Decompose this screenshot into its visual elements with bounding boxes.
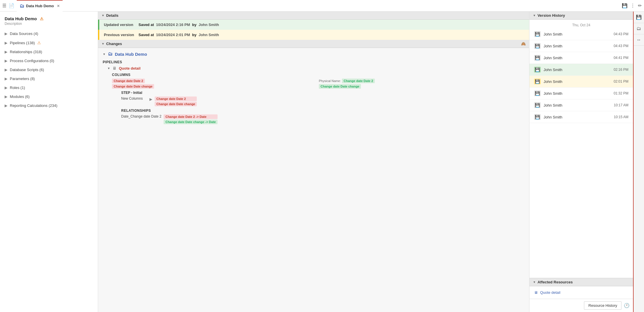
changes-body: ▼ 🗂 Data Hub Demo PIPELINES ▼ 🖥 Quote de… bbox=[98, 48, 529, 129]
rel1-new-badge: Change date Date change -> Date bbox=[164, 120, 218, 124]
details-header-label: Details bbox=[106, 13, 119, 18]
previous-version-info: Saved at 10/24/2024 2:01 PM by John Smit… bbox=[138, 33, 219, 37]
new-col1-badge: Change date Date 2 bbox=[155, 96, 197, 101]
ve-name-5: John Smith bbox=[544, 79, 611, 84]
change-hub-title: ▼ 🗂 Data Hub Demo bbox=[103, 51, 525, 57]
sidebar-item-relationships[interactable]: ▶ Relationships (318) bbox=[0, 47, 98, 56]
col1-old-badge: Change date Date 2 bbox=[112, 79, 318, 83]
pipelines-warning-icon: ⚠ bbox=[37, 40, 41, 45]
hide-changes-icon[interactable]: 🙈 bbox=[521, 42, 526, 46]
version-entry-1[interactable]: 💾 John Smith 04:43 PM bbox=[529, 28, 633, 40]
tab-close-button[interactable]: ✕ bbox=[57, 4, 60, 8]
sidebar-title: Data Hub Demo ⚠ bbox=[0, 15, 98, 22]
active-tab[interactable]: 🗂 Data Hub Demo ✕ bbox=[17, 0, 63, 12]
edit-button[interactable]: ✏ bbox=[638, 3, 642, 8]
sidebar-item-process-configurations-label: Process Configurations (0) bbox=[10, 59, 54, 63]
more-options-button[interactable]: ⋮ bbox=[630, 3, 635, 8]
sidebar-item-modules[interactable]: ▶ Modules (6) bbox=[0, 92, 98, 101]
version-entry-8[interactable]: 💾 John Smith 10:15 AM bbox=[529, 111, 633, 123]
sidebar-item-datasources[interactable]: ▶ Data Sources (4) bbox=[0, 29, 98, 38]
right-side-icon-2[interactable]: 🗂 bbox=[634, 23, 644, 34]
version-entry-5[interactable]: 💾 John Smith 02:01 PM bbox=[529, 76, 633, 88]
version-entry-6[interactable]: 💾 John Smith 01:32 PM bbox=[529, 88, 633, 99]
right-bottom-bar: Resource History 🕐 bbox=[529, 299, 633, 312]
rel-badges: Change date Date 2 -> Date Change date D… bbox=[164, 114, 218, 124]
updated-version-row: Updated version Saved at 10/24/2024 2:16… bbox=[98, 20, 529, 30]
ve-name-1: John Smith bbox=[544, 32, 611, 36]
sidebar-item-database-scripts[interactable]: ▶ Database Scripts (6) bbox=[0, 65, 98, 74]
ve-time-4: 02:16 PM bbox=[614, 68, 628, 72]
details-collapse-icon[interactable]: ▼ bbox=[102, 14, 104, 17]
pipeline-collapse-icon[interactable]: ▼ bbox=[107, 67, 110, 70]
version-history-label: Version History bbox=[538, 13, 565, 18]
version-history-header: ▼ Version History bbox=[529, 12, 633, 20]
details-section-header: ▼ Details bbox=[98, 12, 529, 20]
middle-panel: ▼ Details Updated version Saved at 10/24… bbox=[98, 12, 529, 312]
save-icon-4: 💾 bbox=[534, 67, 541, 73]
changes-collapse-icon[interactable]: ▼ bbox=[102, 42, 104, 45]
version-entry-4[interactable]: 💾 John Smith 02:16 PM bbox=[529, 64, 633, 76]
save-icon-8: 💾 bbox=[534, 114, 541, 120]
changes-header-label: Changes bbox=[106, 42, 122, 46]
version-entry-3[interactable]: 💾 John Smith 04:41 PM bbox=[529, 52, 633, 64]
ve-time-8: 10:15 AM bbox=[614, 115, 628, 119]
version-entry-7[interactable]: 💾 John Smith 10:17 AM bbox=[529, 99, 633, 111]
save-icon-5: 💾 bbox=[534, 79, 541, 84]
save-button[interactable]: 💾 bbox=[622, 3, 628, 8]
ve-time-5: 02:01 PM bbox=[614, 79, 628, 83]
sidebar-item-parameters[interactable]: ▶ Parameters (8) bbox=[0, 74, 98, 83]
affected-resources-label: Affected Resources bbox=[538, 280, 573, 284]
save-icon-2: 💾 bbox=[534, 43, 541, 49]
arrow-icon: ▶ bbox=[5, 31, 8, 36]
arrow-icon: ▶ bbox=[5, 59, 8, 63]
hub-collapse-icon[interactable]: ▼ bbox=[103, 53, 106, 56]
col2-old-badge: Change date Date change bbox=[112, 84, 318, 88]
step-section: STEP - Initial New Columns ▶ Change date… bbox=[121, 91, 525, 106]
menu-icon[interactable]: ☰ bbox=[2, 3, 6, 8]
save-icon-3: 💾 bbox=[534, 55, 541, 61]
hub-name: Data Hub Demo bbox=[115, 52, 147, 57]
ve-name-2: John Smith bbox=[544, 44, 611, 48]
affected-resources-header: ▼ Affected Resources bbox=[529, 278, 633, 286]
topbar-actions: 💾 ⋮ ✏ bbox=[622, 3, 642, 8]
affected-item-1[interactable]: 🖥 Quote detail bbox=[534, 289, 628, 296]
ve-time-7: 10:17 AM bbox=[614, 103, 628, 107]
rel1-old-badge: Change date Date 2 -> Date bbox=[164, 114, 218, 119]
sidebar-item-roles-label: Roles (1) bbox=[10, 86, 25, 90]
rel-item: Date_Change date Date 2 Change date Date… bbox=[121, 114, 525, 124]
sidebar-warning-icon: ⚠ bbox=[40, 16, 44, 21]
sidebar-item-relationships-label: Relationships (318) bbox=[10, 50, 42, 54]
main-layout: Data Hub Demo ⚠ Description ▶ Data Sourc… bbox=[0, 12, 644, 312]
sidebar-item-process-configurations[interactable]: ▶ Process Configurations (0) bbox=[0, 56, 98, 65]
affected-list: 🖥 Quote detail bbox=[529, 286, 633, 299]
ve-name-6: John Smith bbox=[544, 91, 611, 96]
sidebar-item-reporting-calculations-label: Reporting Calculations (234) bbox=[10, 103, 57, 108]
updated-version-label: Updated version bbox=[104, 23, 138, 27]
new-columns-row: New Columns ▶ Change date Date 2 Change … bbox=[121, 96, 525, 106]
ve-name-7: John Smith bbox=[544, 103, 611, 107]
right-side-icons: 💾 🗂 ↔ bbox=[633, 12, 644, 312]
sidebar-item-reporting-calculations[interactable]: ▶ Reporting Calculations (234) bbox=[0, 101, 98, 110]
new-col2-badge: Change date Date change bbox=[155, 102, 197, 106]
sidebar-item-pipelines[interactable]: ▶ Pipelines (138) ⚠ bbox=[0, 38, 98, 47]
save-icon-1: 💾 bbox=[534, 31, 541, 37]
columns-section: COLUMNS Change date Date 2 Physical Name… bbox=[112, 73, 525, 124]
history-clock-icon[interactable]: 🕐 bbox=[624, 303, 630, 308]
pipeline-item[interactable]: ▼ 🖥 Quote detail bbox=[107, 66, 525, 70]
sidebar-item-pipelines-label: Pipelines (138) bbox=[10, 41, 35, 45]
col2-new-badge: Change date Date change bbox=[319, 84, 525, 88]
sidebar-item-roles[interactable]: ▶ Roles (1) bbox=[0, 83, 98, 92]
pipelines-section-label: PIPELINES bbox=[103, 60, 525, 64]
version-entry-2[interactable]: 💾 John Smith 04:43 PM bbox=[529, 40, 633, 52]
right-panel: ▼ Version History Thu, Oct 24 💾 John Smi… bbox=[529, 12, 633, 312]
sidebar-item-datasources-label: Data Sources (4) bbox=[10, 31, 38, 36]
version-history-collapse-icon[interactable]: ▼ bbox=[533, 14, 536, 17]
affected-resources-collapse-icon[interactable]: ▼ bbox=[533, 281, 536, 284]
right-side-icon-1[interactable]: 💾 bbox=[634, 12, 644, 23]
ve-name-8: John Smith bbox=[544, 115, 611, 119]
new-columns-label: New Columns bbox=[121, 96, 147, 101]
right-side-icon-3[interactable]: ↔ bbox=[634, 34, 644, 46]
ve-name-3: John Smith bbox=[544, 56, 611, 60]
previous-version-row: Previous version Saved at 10/24/2024 2:0… bbox=[98, 30, 529, 40]
resource-history-button[interactable]: Resource History bbox=[584, 301, 621, 310]
